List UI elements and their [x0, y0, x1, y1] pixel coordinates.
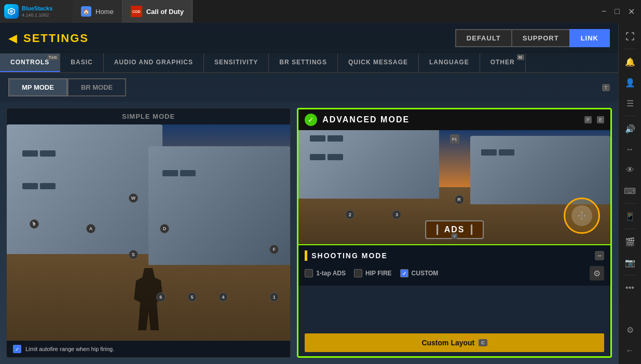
window: [328, 135, 343, 142]
tab-quick-message[interactable]: QUICK MESSAGE: [338, 53, 419, 72]
key-r-badge: R: [455, 195, 464, 204]
tab-cod[interactable]: COD Call of Duty: [122, 0, 193, 23]
default-button[interactable]: DEFAULT: [455, 29, 511, 47]
advanced-mode-header: ✓ ADVANCED MODE P E: [298, 109, 610, 130]
key-4-badge: 4: [219, 292, 228, 302]
volume-icon[interactable]: 🔊: [621, 119, 639, 138]
option-hip-fire: HIP FIRE: [354, 269, 391, 277]
keyboard-icon[interactable]: ⌨: [621, 181, 639, 200]
mp-mode-tab[interactable]: MP MODE: [8, 78, 67, 96]
building-right: [148, 146, 290, 265]
joystick-control: [564, 198, 600, 234]
1tap-label: 1-tap ADS: [316, 270, 346, 277]
bottom-area: Custom Layout C: [298, 286, 610, 356]
tab-br-settings[interactable]: BR SETTINGS: [269, 53, 338, 72]
t-badge: T: [602, 84, 610, 91]
fullscreen-icon[interactable]: [621, 27, 639, 46]
title-bar-left: BlueStacks 4.140.1.1002 🏠 Home COD Call …: [0, 0, 193, 23]
window-row-3: [162, 170, 196, 176]
shooting-mode-section: SHOOTING MODE − 1-tap ADS HIP FIRE: [298, 244, 610, 286]
menu-icon[interactable]: ☰: [621, 94, 639, 113]
custom-checkbox[interactable]: ✓: [400, 269, 408, 277]
window: [310, 154, 325, 160]
settings-title-group: ◀ SETTINGS: [8, 32, 89, 45]
settings-panel: ◀ SETTINGS DEFAULT SUPPORT LINK CONTROLS…: [0, 23, 618, 364]
window: [22, 183, 38, 189]
key-s-badge: S: [129, 250, 138, 259]
adv-window-row-2: [310, 154, 343, 160]
simple-mode-image: W A D S 1 4 5 6 F 🖱: [7, 124, 290, 341]
tab-controls[interactable]: CONTROLS Tab: [0, 53, 60, 72]
account-icon[interactable]: 👤: [621, 73, 639, 92]
notification-icon[interactable]: 🔔: [621, 52, 639, 71]
simple-mode-panel: SIMPLE MODE: [6, 108, 291, 358]
back-icon[interactable]: ←: [621, 341, 639, 360]
gear-settings-button[interactable]: ⚙: [590, 266, 604, 281]
video-icon[interactable]: 🎬: [621, 232, 639, 251]
custom-layout-button[interactable]: Custom Layout C: [305, 333, 604, 352]
autofire-checkbox[interactable]: ✓: [13, 345, 21, 353]
settings-header: ◀ SETTINGS DEFAULT SUPPORT LINK: [0, 23, 618, 53]
adv-window-row: [310, 135, 343, 142]
shooting-mode-title: SHOOTING MODE: [311, 251, 388, 260]
window: [328, 154, 343, 160]
svg-marker-1: [10, 10, 13, 13]
main-area: ◀ SETTINGS DEFAULT SUPPORT LINK CONTROLS…: [0, 23, 641, 364]
sidebar-divider-4: [624, 229, 636, 229]
tab-basic[interactable]: BASIC: [60, 53, 103, 72]
close-button[interactable]: ✕: [628, 7, 635, 17]
window-row-1: [22, 150, 56, 157]
maximize-button[interactable]: □: [615, 7, 620, 16]
tab-home[interactable]: 🏠 Home: [73, 0, 122, 23]
eye-icon[interactable]: 👁: [621, 161, 639, 179]
settings-title: SETTINGS: [23, 32, 89, 45]
window: [40, 183, 56, 189]
option-custom: ✓ CUSTOM: [400, 269, 439, 277]
joystick-inner: [571, 205, 592, 226]
window: [40, 150, 56, 157]
key-3-badge: 3: [392, 210, 401, 219]
custom-label: CUSTOM: [412, 270, 439, 277]
simple-mode-bottom: ✓ Limit autofire range when hip firing.: [7, 341, 290, 357]
nav-tabs: CONTROLS Tab BASIC AUDIO AND GRAPHICS SE…: [0, 53, 618, 73]
1tap-checkbox[interactable]: [305, 269, 313, 277]
shooting-options: 1-tap ADS HIP FIRE ✓ CUSTOM ⚙: [305, 266, 604, 281]
home-icon: 🏠: [81, 6, 91, 17]
simple-mode-label: SIMPLE MODE: [7, 108, 290, 124]
br-mode-tab[interactable]: BR MODE: [67, 78, 126, 96]
key-a-badge: A: [86, 224, 96, 233]
right-sidebar: 🔔 👤 ☰ 🔊 ↔ 👁 ⌨ 📱 🎬 📷 ••• ⚙ ←: [618, 23, 641, 364]
bluestacks-logo: BlueStacks 4.140.1.1002: [0, 0, 73, 23]
tab-audio-graphics[interactable]: AUDIO AND GRAPHICS: [104, 53, 204, 72]
window: [162, 170, 178, 176]
autofire-label: Limit autofire range when hip firing.: [25, 346, 114, 352]
ads-bar-right: [471, 225, 472, 235]
minimize-button[interactable]: −: [602, 7, 606, 16]
advanced-mode-panel: ✓ ADVANCED MODE P E: [297, 108, 612, 358]
advanced-mode-image: F1 ADS V: [298, 130, 610, 244]
hipfire-label: HIP FIRE: [365, 270, 391, 277]
collapse-button[interactable]: −: [595, 251, 604, 260]
camera-icon[interactable]: 📷: [621, 253, 639, 272]
tab-other[interactable]: OTHER M: [480, 53, 526, 72]
link-button[interactable]: LINK: [569, 29, 610, 47]
tab-language[interactable]: LANGUAGE: [419, 53, 480, 72]
tab-badge: Tab: [47, 54, 59, 60]
key-2-badge: 2: [345, 210, 354, 219]
hipfire-checkbox[interactable]: [354, 269, 362, 277]
tab-sensitivity[interactable]: SENSITIVITY: [204, 53, 269, 72]
autofire-row: ✓ Limit autofire range when hip firing.: [13, 345, 284, 353]
dots-icon[interactable]: •••: [621, 278, 639, 297]
settings-icon[interactable]: ⚙: [621, 320, 639, 339]
back-arrow-icon[interactable]: ◀: [8, 32, 17, 45]
sidebar-divider-3: [624, 203, 636, 204]
ads-v-badge: V: [452, 233, 457, 239]
rotate-icon[interactable]: ↔: [621, 140, 639, 159]
green-check-icon: ✓: [305, 114, 317, 126]
p-badge: P: [584, 116, 592, 123]
bluestacks-icon: [4, 4, 19, 19]
phone-icon[interactable]: 📱: [621, 207, 639, 226]
window: [180, 170, 196, 176]
c-badge: C: [479, 339, 487, 346]
support-button[interactable]: SUPPORT: [511, 29, 569, 47]
